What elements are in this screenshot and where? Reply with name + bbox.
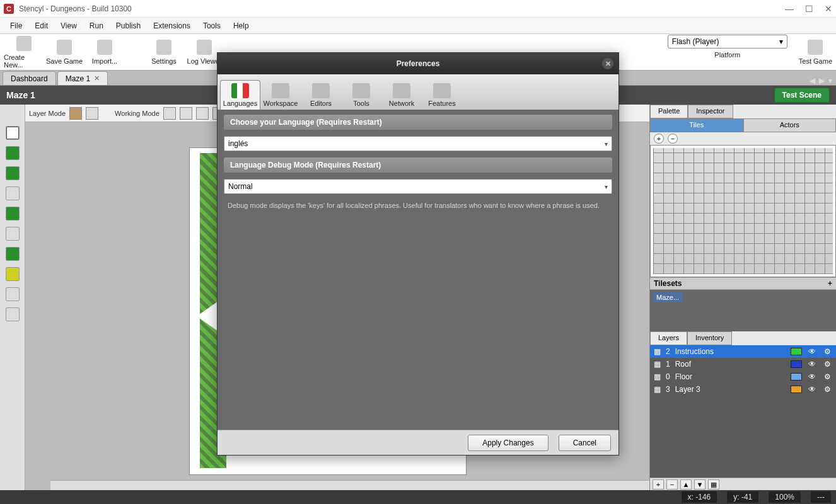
- minimize-button[interactable]: —: [785, 4, 794, 14]
- working-mode-1[interactable]: [163, 107, 176, 120]
- language-select[interactable]: inglés ▾: [224, 136, 612, 151]
- apply-changes-button[interactable]: Apply Changes: [468, 435, 548, 451]
- tab-inventory[interactable]: Inventory: [687, 331, 732, 345]
- tileset-item[interactable]: Maze...: [653, 292, 683, 302]
- layer-row[interactable]: ▦ 1 Roof 👁 ⚙: [650, 358, 836, 370]
- tileset-preview[interactable]: [650, 145, 836, 277]
- import-icon: [97, 40, 112, 55]
- tab-prev-icon[interactable]: ◀: [810, 76, 815, 85]
- line-tool[interactable]: [6, 227, 20, 241]
- status-x: x: -146: [682, 491, 717, 503]
- test-scene-button[interactable]: Test Scene: [774, 88, 830, 103]
- rect-tool[interactable]: [6, 247, 20, 261]
- add-tileset-icon[interactable]: +: [828, 279, 832, 288]
- layer-icon: ▦: [654, 360, 661, 369]
- layer-row[interactable]: ▦ 2 Instructions 👁 ⚙: [650, 345, 836, 358]
- menu-publish[interactable]: Publish: [110, 20, 147, 32]
- layer-up-button[interactable]: ▲: [680, 479, 692, 490]
- subtab-tiles[interactable]: Tiles: [650, 118, 743, 132]
- test-game-button[interactable]: Test Game: [799, 40, 832, 65]
- pointer-tool[interactable]: [6, 126, 20, 140]
- maximize-button[interactable]: ☐: [805, 4, 813, 14]
- tab-dashboard[interactable]: Dashboard: [3, 71, 56, 85]
- gear-icon[interactable]: ⚙: [822, 360, 832, 369]
- working-mode-2[interactable]: [180, 107, 192, 120]
- layer-row[interactable]: ▦ 0 Floor 👁 ⚙: [650, 370, 836, 383]
- menu-file[interactable]: File: [4, 20, 28, 32]
- tab-close-icon[interactable]: ✕: [94, 74, 100, 83]
- visibility-icon[interactable]: 👁: [807, 360, 817, 369]
- status-y: y: -41: [727, 491, 758, 503]
- language-section-header: Choose your Language (Requires Restart): [224, 115, 612, 130]
- grid-tool[interactable]: [6, 166, 20, 180]
- working-mode-label: Working Mode: [115, 110, 160, 117]
- horizontal-scrollbar[interactable]: [50, 480, 649, 490]
- subtab-actors[interactable]: Actors: [743, 118, 837, 132]
- pencil-tool[interactable]: [6, 146, 20, 160]
- tileset-zoom-out[interactable]: −: [668, 134, 678, 144]
- remove-layer-button[interactable]: −: [666, 479, 678, 490]
- visibility-icon[interactable]: 👁: [807, 385, 817, 394]
- add-layer-button[interactable]: +: [653, 479, 664, 490]
- visibility-icon[interactable]: 👁: [807, 347, 817, 356]
- debug-mode-select[interactable]: Normal ▾: [224, 179, 612, 194]
- save-game-button[interactable]: Save Game: [44, 40, 84, 65]
- status-zoom: 100%: [769, 491, 801, 503]
- visibility-icon[interactable]: 👁: [807, 372, 817, 381]
- layer-color-swatch[interactable]: [791, 348, 802, 355]
- working-mode-3[interactable]: [196, 107, 209, 120]
- tab-menu-icon[interactable]: ▾: [828, 76, 832, 85]
- close-button[interactable]: ✕: [825, 4, 832, 14]
- pref-tab-features[interactable]: Features: [422, 80, 462, 110]
- language-value: inglés: [228, 139, 248, 148]
- menu-tools[interactable]: Tools: [197, 20, 227, 32]
- tile-tool[interactable]: [6, 207, 20, 220]
- status-extra: ---: [811, 491, 831, 503]
- create-new-button[interactable]: Create New...: [4, 36, 44, 69]
- dialog-titlebar: Preferences ✕: [218, 53, 618, 74]
- menu-view[interactable]: View: [54, 20, 83, 32]
- cancel-button[interactable]: Cancel: [559, 435, 611, 451]
- play-triangle-icon[interactable]: [197, 301, 218, 331]
- layer-down-button[interactable]: ▼: [694, 479, 705, 490]
- tileset-zoom-in[interactable]: +: [654, 134, 664, 144]
- tab-layers[interactable]: Layers: [650, 331, 687, 345]
- tab-palette[interactable]: Palette: [650, 105, 688, 118]
- import-button[interactable]: Import...: [84, 40, 125, 65]
- layer-color-swatch[interactable]: [791, 373, 802, 381]
- bucket-tool[interactable]: [6, 186, 20, 200]
- layer-icon: ▦: [654, 347, 661, 356]
- tab-next-icon[interactable]: ▶: [819, 76, 825, 85]
- debug-hint-text: Debug mode displays the 'keys' for all l…: [224, 200, 612, 210]
- zoom-out-tool[interactable]: [6, 307, 20, 321]
- platform-value: Flash (Player): [672, 37, 719, 46]
- menu-run[interactable]: Run: [83, 20, 110, 32]
- menu-help[interactable]: Help: [227, 20, 255, 32]
- layer-extra-button[interactable]: ▦: [708, 479, 719, 490]
- layer-mode-1[interactable]: [69, 107, 82, 120]
- pref-tab-editors[interactable]: Editors: [301, 80, 341, 110]
- gear-icon[interactable]: ⚙: [822, 385, 832, 394]
- gear-icon[interactable]: ⚙: [822, 372, 832, 381]
- tab-inspector[interactable]: Inspector: [688, 105, 733, 118]
- gear-icon[interactable]: ⚙: [822, 347, 832, 356]
- pref-tab-languages[interactable]: Languages: [220, 80, 260, 110]
- layer-row[interactable]: ▦ 3 Layer 3 👁 ⚙: [650, 383, 836, 396]
- zoom-in-tool[interactable]: [6, 287, 20, 301]
- menu-edit[interactable]: Edit: [28, 20, 54, 32]
- layer-color-swatch[interactable]: [791, 386, 802, 393]
- pref-tab-workspace[interactable]: Workspace: [260, 80, 301, 110]
- select-tool[interactable]: [6, 267, 20, 281]
- settings-icon: [156, 40, 171, 55]
- pref-tab-network[interactable]: Network: [381, 80, 422, 110]
- layers-list: ▦ 2 Instructions 👁 ⚙ ▦ 1 Roof 👁 ⚙ ▦ 0 Fl…: [650, 345, 836, 478]
- disk-icon: [57, 40, 72, 55]
- layer-color-swatch[interactable]: [791, 360, 802, 368]
- settings-button[interactable]: Settings: [144, 40, 184, 65]
- layer-mode-2[interactable]: [86, 107, 98, 120]
- dialog-close-button[interactable]: ✕: [602, 58, 613, 69]
- menu-extensions[interactable]: Extensions: [147, 20, 197, 32]
- platform-select[interactable]: Flash (Player) ▾: [668, 35, 787, 49]
- pref-tab-tools[interactable]: Tools: [341, 80, 381, 110]
- tab-maze-1[interactable]: Maze 1 ✕: [57, 71, 108, 85]
